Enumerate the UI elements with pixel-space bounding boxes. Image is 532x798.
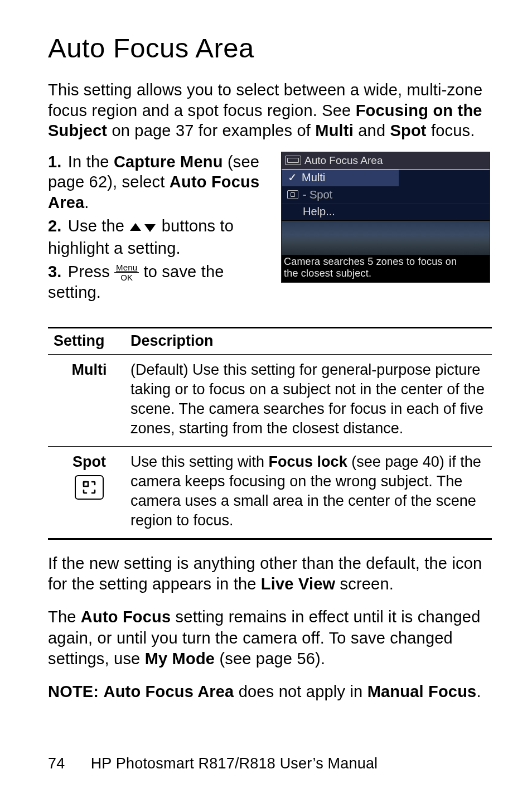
menu-item-label: Help... <box>303 205 335 219</box>
steps-list: 1. In the Capture Menu (see page 62), se… <box>48 152 265 306</box>
table-row: Multi (Default) Use this setting for gen… <box>48 354 492 446</box>
text: does not apply in <box>234 683 367 700</box>
menu-item-label: - Spot <box>303 188 332 202</box>
term-live-view: Live View <box>261 575 335 593</box>
text: . <box>476 683 481 700</box>
term-capture-menu: Capture Menu <box>114 153 223 171</box>
caption-line-2: the closest subject. <box>284 268 371 279</box>
caption-line-1: Camera searches 5 zones to focus on <box>284 256 457 267</box>
text: In the <box>68 153 114 171</box>
text: Use the <box>68 217 129 235</box>
text: Press <box>68 263 114 280</box>
paragraph-live-view: If the new setting is anything other tha… <box>48 553 492 594</box>
paragraph-persistence: The Auto Focus setting remains in effect… <box>48 607 492 669</box>
text: (see page 56). <box>215 650 325 668</box>
settings-table: Setting Description Multi (Default) Use … <box>48 327 492 540</box>
text: The <box>48 608 81 626</box>
page-number: 74 <box>48 755 65 772</box>
step-number: 2. <box>48 217 62 235</box>
menu-item-label: Multi <box>302 171 325 185</box>
setting-desc-spot: Use this setting with Focus lock (see pa… <box>130 446 492 539</box>
spot-focus-icon <box>287 190 298 199</box>
camera-menu-list: ✓ Multi - Spot Help... <box>282 170 490 220</box>
text: . <box>84 194 89 211</box>
menu-label: Menu <box>114 263 139 273</box>
camera-menu-item-multi: ✓ Multi <box>282 170 399 186</box>
step-3: 3. Press MenuOK to save the setting. <box>48 262 265 302</box>
text: Use this setting with <box>130 453 269 470</box>
note-label: NOTE: <box>48 683 99 700</box>
term-auto-focus-area: Auto Focus Area <box>103 683 234 700</box>
ok-label: OK <box>114 273 139 282</box>
page-heading: Auto Focus Area <box>48 31 492 65</box>
camera-help-caption: Camera searches 5 zones to focus on the … <box>282 255 490 282</box>
camera-menu-title: Auto Focus Area <box>282 152 490 169</box>
manual-title: HP Photosmart R817/R818 User’s Manual <box>91 755 378 772</box>
term-multi: Multi <box>315 122 354 139</box>
setting-desc-multi: (Default) Use this setting for general-p… <box>130 354 492 446</box>
setting-name-multi: Multi <box>48 354 130 446</box>
col-description: Description <box>130 327 492 354</box>
text: screen. <box>335 575 394 593</box>
step-number: 1. <box>48 153 62 171</box>
step-number: 3. <box>48 263 62 280</box>
table-row: Spot Use this setting with Focus lock (s… <box>48 446 492 539</box>
camera-screenshot: Auto Focus Area ✓ Multi - Spot Help... C… <box>281 152 490 283</box>
note-paragraph: NOTE: Auto Focus Area does not apply in … <box>48 681 492 702</box>
term-auto-focus: Auto Focus <box>81 608 171 626</box>
focus-area-icon <box>285 156 301 165</box>
camera-preview-image <box>282 220 490 255</box>
camera-menu-item-spot: - Spot <box>282 187 490 204</box>
up-down-arrows-icon <box>129 218 157 238</box>
text: focus. <box>427 122 475 139</box>
camera-menu-title-text: Auto Focus Area <box>304 154 383 167</box>
setting-name-spot: Spot <box>48 446 130 539</box>
col-setting: Setting <box>48 327 130 354</box>
setting-label: Spot <box>72 453 106 470</box>
term-manual-focus: Manual Focus <box>367 683 477 700</box>
text: on page 37 for examples of <box>107 122 315 139</box>
check-icon: ✓ <box>288 171 297 185</box>
term-my-mode: My Mode <box>145 650 215 668</box>
svg-marker-0 <box>130 223 141 231</box>
term-spot: Spot <box>390 122 426 139</box>
camera-menu-item-help: Help... <box>282 204 490 220</box>
term-focus-lock: Focus lock <box>269 453 347 470</box>
text: and <box>354 122 390 139</box>
page-footer: 74 HP Photosmart R817/R818 User’s Manual <box>48 755 378 773</box>
step-1: 1. In the Capture Menu (see page 62), se… <box>48 152 265 212</box>
step-2: 2. Use the buttons to highlight a settin… <box>48 216 265 259</box>
menu-ok-button-icon: MenuOK <box>114 263 139 282</box>
intro-paragraph: This setting allows you to select betwee… <box>48 80 492 141</box>
table-header-row: Setting Description <box>48 327 492 354</box>
svg-marker-1 <box>144 224 156 232</box>
spot-icon <box>75 475 104 500</box>
